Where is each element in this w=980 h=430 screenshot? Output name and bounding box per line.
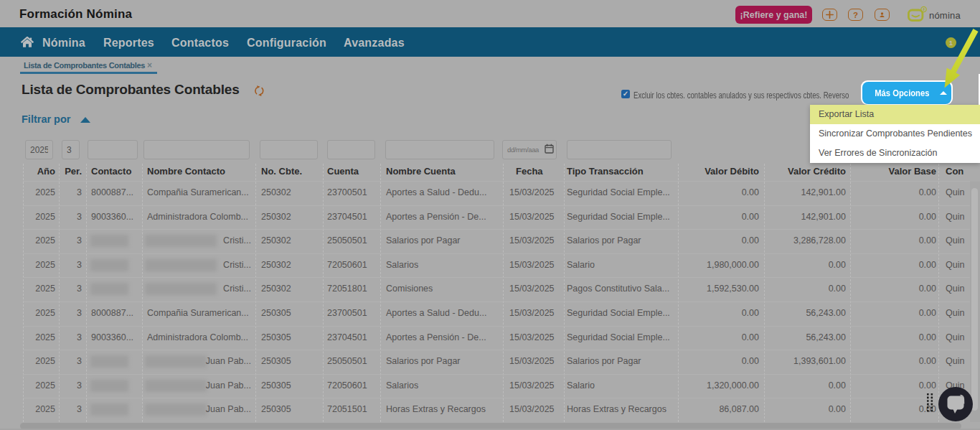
tab-close-icon[interactable]: × (147, 60, 152, 70)
nav-item-reportes[interactable]: Reportes (103, 37, 154, 50)
cell-base: 0.00 (850, 212, 938, 222)
nav-item-configuracion[interactable]: Configuración (247, 37, 326, 50)
cell-credito: 0.00 (764, 260, 850, 270)
cell-cbte: 250305 (255, 356, 323, 366)
row-separator (23, 181, 970, 182)
cell-debito: 1,592,530.00 (678, 284, 764, 294)
column-header[interactable]: No. Cbte. (255, 166, 323, 177)
filter-input-5[interactable] (327, 140, 375, 159)
cell-fecha: 15/03/2025 (503, 332, 564, 342)
page-title: Lista de Comprobantes Contables (22, 82, 240, 98)
tab-active-underline (20, 72, 157, 74)
column-header[interactable]: Nombre Contacto (142, 166, 255, 177)
cell-base: 0.00 (850, 187, 938, 197)
cell-cuenta: 72050601 (323, 380, 380, 391)
cell-base: 0.00 (850, 284, 938, 294)
column-header[interactable]: Fecha (503, 166, 564, 177)
column-header[interactable]: Tipo Transacción (564, 166, 678, 177)
nav-item-avanzadas[interactable]: Avanzadas (344, 37, 405, 50)
vertical-scrollbar-thumb[interactable] (971, 188, 978, 411)
refresh-icon[interactable] (253, 85, 265, 97)
more-options-dropdown: Exportar Lista Sincronizar Comprobantes … (810, 105, 980, 163)
cell-con: Quin (938, 332, 972, 342)
column-header[interactable]: Contacto (86, 166, 142, 177)
cell-debito: 0.00 (678, 308, 764, 318)
column-header[interactable]: Con (938, 166, 972, 177)
cell-con: Quin (938, 260, 972, 270)
chat-launcher-button[interactable] (938, 387, 973, 421)
home-icon[interactable] (21, 37, 34, 47)
column-header[interactable]: Nombre Cuenta (380, 166, 503, 177)
filter-input-1[interactable] (62, 140, 80, 159)
cell-ano: 2025 (23, 187, 59, 197)
nav-item-contactos[interactable]: Contactos (171, 37, 229, 50)
cell-nombre: Compañia Suramerican... (142, 187, 255, 197)
filter-input-3[interactable] (143, 140, 250, 159)
cell-tipo: Salario (564, 260, 678, 270)
cell-cuenta: 25050501 (323, 235, 380, 246)
cell-per: 3 (59, 284, 86, 294)
cell-ano: 2025 (23, 235, 59, 246)
cell-per: 3 (59, 332, 86, 342)
redacted-blur (90, 259, 128, 271)
menu-item-ver-errores[interactable]: Ver Errores de Sincronización (810, 144, 980, 163)
column-header[interactable]: Valor Base (850, 166, 938, 177)
cell-debito: 0.00 (678, 356, 764, 366)
drag-handle-dots[interactable] (925, 393, 936, 413)
cell-tipo: Seguridad Social Emple... (564, 332, 678, 342)
chevron-up-icon[interactable] (80, 117, 90, 123)
column-header[interactable]: Valor Crédito (764, 166, 850, 177)
cell-nombre: Compañia Suramerican... (142, 308, 255, 318)
cell-nombre_cuenta: Salarios (380, 380, 503, 391)
cell-cuenta: 23704501 (323, 332, 380, 342)
filter-input-6[interactable] (385, 140, 494, 159)
menu-item-exportar-lista[interactable]: Exportar Lista (810, 105, 980, 124)
cell-credito: 142,901.00 (764, 212, 850, 222)
cell-ano: 2025 (23, 284, 59, 294)
help-icon[interactable]: ? (848, 9, 863, 21)
row-separator (23, 229, 970, 230)
user-icon[interactable] (875, 9, 890, 21)
cell-nombre-fragment: Cristi... (142, 260, 255, 270)
filter-input-4[interactable] (260, 140, 318, 159)
menu-item-sincronizar[interactable]: Sincronizar Comprobantes Pendientes (810, 124, 980, 144)
column-header[interactable]: Año (23, 166, 59, 177)
cell-per: 3 (59, 187, 86, 197)
cell-per: 3 (59, 260, 86, 270)
filter-toggle[interactable]: Filtrar por (22, 113, 70, 125)
redacted-blur (90, 380, 128, 392)
calendar-icon[interactable] (545, 144, 554, 154)
filter-input-0[interactable] (25, 140, 53, 159)
filter-input-2[interactable] (88, 140, 138, 159)
annotation-arrow (918, 22, 980, 93)
cell-nombre: Administradora Colomb... (142, 212, 255, 222)
cell-debito: 1,980,000.00 (678, 260, 764, 270)
nav-item-nomina[interactable]: Nómina (42, 37, 85, 50)
column-header[interactable]: Per. (59, 166, 86, 177)
cell-fecha: 15/03/2025 (503, 284, 564, 294)
tab-comprobantes[interactable]: Lista de Comprobantes Contables (24, 61, 145, 70)
cell-nombre-fragment: Juan Pab... (142, 380, 255, 391)
cell-base: 0.00 (850, 260, 938, 270)
row-separator (23, 302, 970, 302)
cell-cuenta: 23700501 (323, 187, 380, 197)
plus-icon[interactable] (822, 9, 837, 21)
row-separator (23, 205, 970, 206)
cell-cbte: 250302 (255, 187, 323, 197)
cell-fecha: 15/03/2025 (503, 380, 564, 391)
redacted-blur (90, 283, 128, 295)
cell-fecha: 15/03/2025 (503, 260, 564, 270)
column-header[interactable]: Cuenta (323, 166, 380, 177)
cell-per: 3 (59, 356, 86, 366)
column-header[interactable]: Valor Débito (678, 166, 764, 177)
cell-tipo: Seguridad Social Emple... (564, 212, 678, 222)
cell-per: 3 (59, 212, 86, 222)
cell-credito: 3,286,728.00 (764, 235, 850, 246)
exclude-checkbox[interactable]: ✓ (621, 90, 630, 98)
cell-nombre_cuenta: Aportes a Salud - Dedu... (380, 187, 503, 197)
refer-and-win-button[interactable]: ¡Refiere y gana! (735, 6, 812, 24)
filter-input-8[interactable] (567, 140, 672, 159)
cell-fecha: 15/03/2025 (503, 235, 564, 246)
cell-nombre_cuenta: Comisiones (380, 284, 503, 294)
row-separator (23, 253, 970, 254)
